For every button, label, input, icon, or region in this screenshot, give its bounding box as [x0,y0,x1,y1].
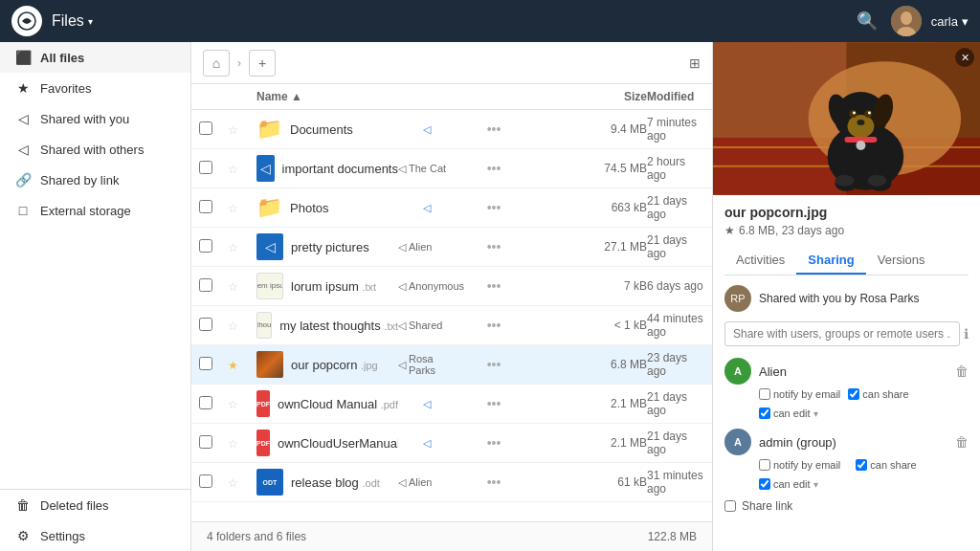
row-checkbox[interactable] [199,474,212,488]
preview-star[interactable]: ★ [724,224,735,237]
star-toggle[interactable]: ☆ [228,163,238,176]
star-toggle[interactable]: ☆ [228,123,238,137]
star-toggle[interactable]: ☆ [228,241,238,254]
new-item-button[interactable]: + [249,50,276,77]
alien-can-edit-checkbox[interactable] [759,408,770,419]
sidebar-item-shared-with-others[interactable]: ◁ Shared with others [0,134,190,165]
sidebar-item-settings[interactable]: ⚙ Settings [0,520,190,551]
row-checkbox[interactable] [199,200,212,213]
row-checkbox[interactable] [199,278,212,292]
star-toggle[interactable]: ☆ [228,398,238,411]
admin-can-share-check[interactable]: can share [856,459,916,471]
alien-can-share-check[interactable]: can share [848,388,908,400]
svg-point-13 [847,115,874,138]
avatar[interactable] [891,6,922,36]
share-input[interactable] [724,321,960,346]
star-toggle[interactable]: ☆ [228,437,238,451]
table-row[interactable]: ★ our popcorn .jpg ◁ Rosa Parks ••• 6.8 … [191,345,712,385]
row-checkbox[interactable] [199,435,212,449]
table-row[interactable]: ☆ 📁 Photos ◁ ••• 663 kB 21 days ago [191,188,712,228]
header-name[interactable]: Name ▲ [256,90,398,103]
sidebar-item-shared-by-link[interactable]: 🔗 Shared by link [0,165,190,195]
admin-can-share-checkbox[interactable] [856,459,867,471]
more-actions-icon[interactable]: ••• [456,474,532,490]
sidebar-item-all-files[interactable]: ⬛ All files [0,42,190,73]
file-size: 6.8 MB [532,358,647,371]
share-icon[interactable]: ◁ [398,398,456,410]
view-toggle-icon[interactable]: ⊞ [689,55,701,71]
star-toggle[interactable]: ☆ [228,280,238,294]
admin-can-edit-chevron[interactable]: ▾ [813,479,818,490]
share-link-row[interactable]: Share link [724,499,969,513]
tab-sharing[interactable]: Sharing [796,247,865,275]
home-button[interactable]: ⌂ [203,50,230,77]
alien-can-edit-check[interactable]: can edit ▾ [759,408,818,419]
sidebar-item-shared-with-you[interactable]: ◁ Shared with you [0,103,190,134]
more-actions-icon[interactable]: ••• [456,239,532,254]
admin-notify-email-check[interactable]: notify by email [759,459,840,471]
share-link-checkbox[interactable] [724,500,736,512]
admin-can-edit-checkbox[interactable] [759,478,770,490]
app-title[interactable]: Files ▾ [52,12,93,30]
header-size[interactable]: Size [532,90,647,103]
preview-image-container: ✕ [713,42,980,195]
more-actions-icon[interactable]: ••• [456,278,532,294]
table-row[interactable]: ☆ The new do Lorem ipsum Fusce liber... … [191,267,712,306]
more-actions-icon[interactable]: ••• [456,396,532,411]
table-row[interactable]: ☆ PDF ownCloud Manual .pdf ◁ ••• 2.1 MB … [191,385,712,424]
share-icon[interactable]: ◁ [398,123,456,136]
row-checkbox[interactable] [199,318,212,331]
search-icon[interactable]: 🔍 [853,7,881,35]
username-label[interactable]: carla ▾ [931,14,969,29]
share-icon[interactable]: ◁ [398,437,456,450]
sidebar-item-external-storage[interactable]: □ External storage [0,195,190,226]
file-size: 2.1 MB [532,397,647,410]
sidebar-item-deleted-files[interactable]: 🗑 Deleted files [0,490,190,520]
file-modified: 21 days ago [647,194,704,221]
share-label: ◁ Alien [398,241,456,253]
preview-close-button[interactable]: ✕ [955,48,974,67]
admin-permissions: notify by email can share can edit ▾ [759,459,969,490]
table-row[interactable]: ☆ PDF ownCloudUserManual .pdf ◁ ••• 2.1 … [191,424,712,463]
alien-notify-email-check[interactable]: notify by email [759,388,840,400]
row-checkbox[interactable] [199,357,212,370]
row-checkbox[interactable] [199,121,212,135]
more-actions-icon[interactable]: ••• [456,435,532,451]
alien-delete-button[interactable]: 🗑 [955,364,969,379]
info-icon[interactable]: ℹ [964,326,969,342]
more-actions-icon[interactable]: ••• [456,318,532,333]
table-row[interactable]: ☆ ◁ important documents ◁ The Cat ••• 74… [191,149,712,188]
star-toggle[interactable]: ☆ [228,320,238,333]
alien-can-edit-chevron[interactable]: ▾ [813,408,818,419]
row-checkbox[interactable] [199,161,212,174]
table-row[interactable]: ☆ ◁ pretty pictures ◁ Alien ••• 27.1 MB … [191,228,712,267]
more-actions-icon[interactable]: ••• [456,357,532,372]
row-checkbox[interactable] [199,396,212,409]
file-size: 27.1 MB [532,240,647,253]
preview-dog-image [713,42,980,195]
admin-delete-button[interactable]: 🗑 [955,434,969,450]
sidebar-item-favorites[interactable]: ★ Favorites [0,73,190,103]
star-toggle[interactable]: ☆ [228,476,238,490]
alien-avatar: A [724,358,751,385]
star-toggle[interactable]: ★ [228,359,238,372]
star-toggle[interactable]: ☆ [228,202,238,215]
share-icon[interactable]: ◁ [398,202,456,214]
tab-activities[interactable]: Activities [724,247,796,275]
row-checkbox[interactable] [199,239,212,253]
tab-versions[interactable]: Versions [866,247,937,275]
table-row[interactable]: ☆ 📁 Documents ◁ ••• 9.4 MB 7 minutes ago [191,110,712,149]
table-row[interactable]: ☆ ODT release blog .odt ◁ Alien ••• 61 k… [191,463,712,502]
more-actions-icon[interactable]: ••• [456,121,532,137]
alien-notify-email-checkbox[interactable] [759,388,770,400]
share-label: ◁ Shared [398,320,456,332]
admin-notify-email-checkbox[interactable] [759,459,770,471]
header-modified[interactable]: Modified [647,90,704,103]
more-actions-icon[interactable]: ••• [456,200,532,215]
file-size: 74.5 MB [532,162,647,175]
more-actions-icon[interactable]: ••• [456,161,532,176]
alien-can-share-checkbox[interactable] [848,388,859,400]
file-modified: 21 days ago [647,233,704,260]
table-row[interactable]: ☆ Here I note I just though Then I reali… [191,306,712,345]
admin-can-edit-check[interactable]: can edit ▾ [759,478,818,490]
